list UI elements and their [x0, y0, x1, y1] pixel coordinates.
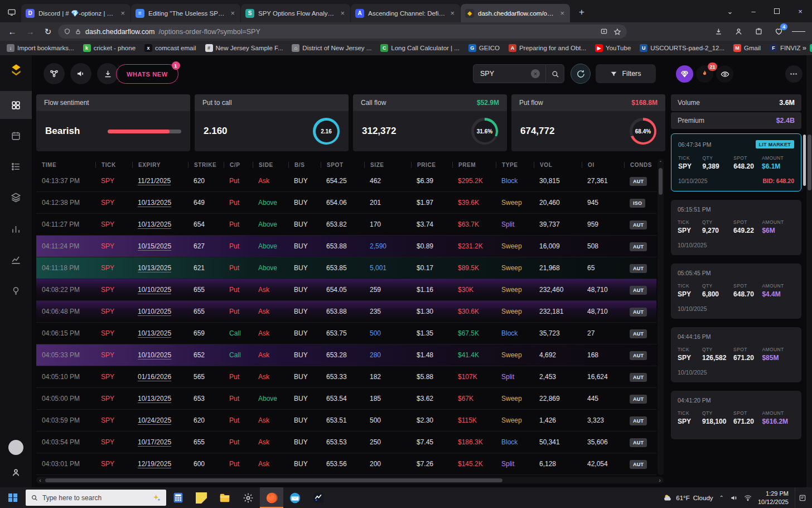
bookmark-item[interactable]: F FINVIZ — [770, 44, 800, 52]
cell-expiry[interactable]: 10/13/2025 — [132, 395, 188, 402]
header-oi[interactable]: OI — [582, 162, 624, 168]
sound-button[interactable] — [70, 63, 91, 84]
header-vol[interactable]: VOL — [534, 162, 582, 168]
cell-expiry[interactable]: 10/13/2025 — [132, 264, 188, 272]
cell-expiry[interactable]: 10/24/2025 — [132, 416, 188, 424]
cell-expiry[interactable]: 10/13/2025 — [132, 221, 188, 228]
bookmark-item[interactable]: M Gmail — [733, 44, 761, 52]
header-bs[interactable]: B/S — [288, 162, 321, 168]
sidebar-item-flow-feed[interactable] — [0, 152, 32, 180]
cell-expiry[interactable]: 10/10/2025 — [132, 308, 188, 315]
start-button[interactable] — [0, 487, 26, 508]
flow-table-row[interactable]: 04:11:24 PM SPY 10/15/2025 627 Put Above… — [36, 236, 656, 257]
whats-new-button[interactable]: WHATS NEW 1 — [116, 64, 178, 84]
cell-expiry[interactable]: 10/13/2025 — [132, 199, 188, 207]
header-prem[interactable]: PREM — [452, 162, 496, 168]
profile-icon[interactable] — [732, 25, 745, 39]
bookmark-item[interactable]: # New Jersey Sample F... — [205, 44, 283, 52]
settings-menu-icon[interactable] — [792, 25, 805, 39]
tab-close-icon[interactable]: × — [449, 9, 456, 17]
bookmark-item[interactable]: A Preparing for and Obt... — [509, 44, 586, 52]
cell-expiry[interactable]: 10/15/2025 — [132, 242, 188, 250]
cell-expiry[interactable]: 10/17/2025 — [132, 438, 188, 446]
cheddarflow-logo[interactable] — [0, 63, 32, 78]
right-panel-scroll-thumb[interactable] — [803, 135, 806, 186]
sidebar-item-calendar[interactable] — [0, 122, 32, 150]
taskbar-app-calculator[interactable] — [166, 487, 190, 508]
flow-table-row[interactable]: 04:06:48 PM SPY 10/10/2025 655 Put Ask B… — [36, 301, 656, 323]
flow-table-row[interactable]: 04:05:10 PM SPY 01/16/2026 565 Put Ask B… — [36, 366, 656, 388]
header-type[interactable]: TYPE — [496, 162, 534, 168]
sidebar-item-dashboard[interactable] — [0, 91, 32, 119]
page-scrollbar[interactable] — [806, 55, 812, 487]
taskbar-app-firefox[interactable] — [260, 487, 283, 508]
bookmark-item[interactable]: k cricket - phone — [83, 44, 136, 52]
flow-table-row[interactable]: 04:13:37 PM SPY 11/21/2025 620 Put Ask B… — [36, 170, 656, 192]
new-tab-button[interactable]: + — [574, 4, 589, 20]
dark-pool-card[interactable]: 06:47:34 PM LIT MARKET TICK QTY SPOT AMO… — [671, 133, 801, 191]
scroll-up-icon[interactable]: ˆ — [658, 159, 664, 167]
flow-table-row[interactable]: 04:05:00 PM SPY 10/13/2025 653 Put Above… — [36, 388, 656, 410]
table-vertical-scroll-thumb[interactable] — [659, 168, 663, 195]
favorite-star-icon[interactable] — [613, 28, 621, 36]
taskbar-app-file-explorer[interactable] — [213, 487, 236, 508]
taskbar-app-tradingview[interactable] — [307, 487, 330, 508]
premium-gem-button[interactable] — [676, 65, 693, 83]
header-conds[interactable]: CONDS — [624, 162, 656, 168]
dark-pool-card[interactable]: 04:41:20 PM TICK QTY SPOT AMOUNT SPY 918… — [671, 391, 801, 439]
cell-expiry[interactable]: 12/19/2025 — [132, 460, 188, 468]
cell-expiry[interactable]: 10/10/2025 — [132, 351, 188, 359]
refresh-flow-button[interactable] — [571, 64, 591, 84]
cell-expiry[interactable]: 11/21/2025 — [132, 177, 188, 185]
header-strike[interactable]: STRIKE — [188, 162, 224, 168]
flow-table-row[interactable]: 04:11:18 PM SPY 10/13/2025 621 Put Above… — [36, 257, 656, 279]
bookmark-item[interactable]: C Long Call Calculator | ... — [380, 44, 460, 52]
table-horizontal-scroll-thumb[interactable] — [45, 478, 502, 482]
url-bar[interactable]: dash.cheddarflow.com/options-order-flow?… — [58, 25, 627, 39]
scroll-right-icon[interactable]: › — [656, 477, 664, 483]
tab-close-icon[interactable]: × — [119, 9, 126, 17]
dark-pool-card[interactable]: 05:05:45 PM TICK QTY SPOT AMOUNT SPY 6,8… — [671, 263, 801, 319]
maximize-button[interactable] — [765, 0, 789, 22]
scroll-left-icon[interactable]: ‹ — [36, 477, 44, 483]
cell-expiry[interactable]: 10/10/2025 — [132, 286, 188, 294]
flow-table-row[interactable]: 04:11:27 PM SPY 10/13/2025 654 Put Above… — [36, 214, 656, 236]
dark-pool-card[interactable]: 05:15:51 PM TICK QTY SPOT AMOUNT SPY 9,2… — [671, 200, 801, 255]
bookmark-item[interactable]: U Feed | Utradea — [810, 44, 812, 52]
search-highlights-icon[interactable] — [152, 493, 161, 502]
export-button[interactable] — [97, 63, 118, 84]
bookmark-item[interactable]: G GEICO — [468, 44, 500, 52]
header-expiry[interactable]: EXPIRY — [132, 162, 188, 168]
bookmarks-overflow-icon[interactable]: » — [803, 44, 806, 52]
header-side[interactable]: SIDE — [253, 162, 288, 168]
flow-table-row[interactable]: 04:03:54 PM SPY 10/17/2025 655 Put Ask B… — [36, 432, 656, 453]
header-size[interactable]: SIZE — [364, 162, 411, 168]
dark-pool-card[interactable]: 04:44:16 PM TICK QTY SPOT AMOUNT SPY 126… — [671, 327, 801, 382]
sidebar-item-ideas[interactable] — [0, 276, 32, 304]
taskbar-search[interactable]: Type here to search — [26, 490, 166, 506]
taskbar-app-settings[interactable] — [236, 487, 260, 508]
flow-table-row[interactable]: 04:03:01 PM SPY 12/19/2025 600 Put Ask B… — [36, 453, 656, 475]
bookmark-item[interactable]: x comcast email — [144, 44, 196, 52]
watch-button[interactable] — [716, 65, 733, 83]
bookmark-item[interactable]: ⌂ District of New Jersey ... — [292, 44, 371, 52]
downloads-icon[interactable] — [712, 25, 725, 39]
browser-essentials-icon[interactable]: 4 — [772, 25, 785, 39]
more-options-button[interactable]: ••• — [785, 65, 803, 83]
profile-person-icon[interactable] — [8, 464, 24, 481]
browser-tab[interactable]: D Discord | # 💎-optionz | The U × — [21, 4, 130, 22]
flow-table-row[interactable]: 04:12:38 PM SPY 10/13/2025 649 Put Above… — [36, 192, 656, 214]
header-price[interactable]: PRICE — [411, 162, 452, 168]
filters-button[interactable]: Filters — [596, 64, 656, 83]
tray-chevron-icon[interactable]: ⌃ — [719, 495, 724, 501]
sidebar-item-line-chart[interactable] — [0, 246, 32, 274]
sidebar-item-bar-chart[interactable] — [0, 215, 32, 243]
forward-button[interactable]: → — [22, 25, 38, 39]
header-tick[interactable]: TICK — [95, 162, 132, 168]
extensions-icon[interactable] — [752, 25, 765, 39]
table-horizontal-scrollbar[interactable]: ‹ › — [36, 477, 664, 483]
tab-close-icon[interactable]: × — [229, 9, 236, 17]
flow-table-row[interactable]: 04:06:15 PM SPY 10/13/2025 659 Call Ask … — [36, 323, 656, 344]
flow-table-row[interactable]: 04:03:59 PM SPY 10/24/2025 620 Put Ask B… — [36, 410, 656, 432]
streak-button[interactable]: 21 — [696, 65, 713, 83]
